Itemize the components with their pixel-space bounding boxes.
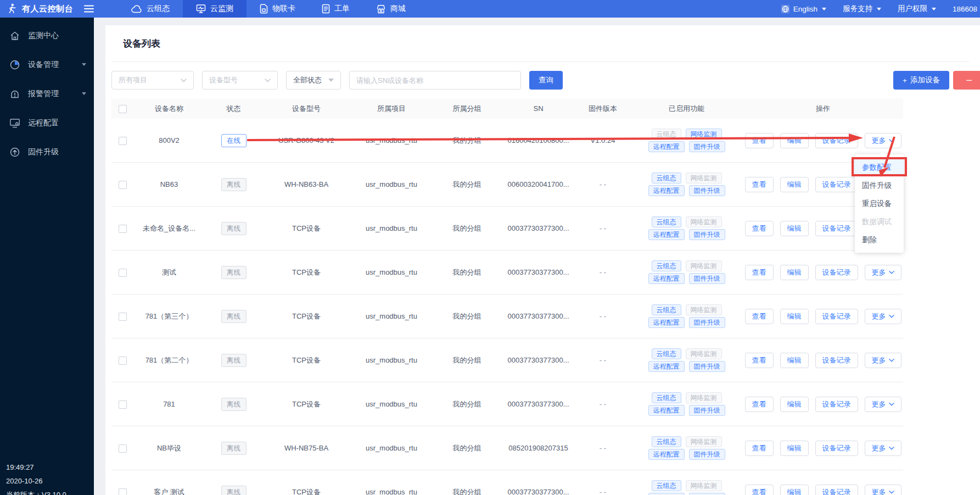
view-button[interactable]: 查看 bbox=[745, 177, 774, 192]
nav-tab-iot-card[interactable]: 物联卡 bbox=[247, 0, 309, 18]
more-button[interactable]: 更多 bbox=[865, 309, 901, 324]
firmware-cell: - - bbox=[575, 444, 630, 452]
more-button[interactable]: 更多 bbox=[865, 397, 901, 412]
edit-button[interactable]: 编辑 bbox=[780, 133, 809, 148]
feature-badge: 固件升级 bbox=[689, 185, 725, 196]
nav-account[interactable]: 186608 bbox=[944, 5, 980, 13]
edit-button[interactable]: 编辑 bbox=[780, 221, 809, 236]
sidebar-item-firmware-upgrade[interactable]: 固件升级 bbox=[0, 137, 94, 166]
nav-service-support[interactable]: 服务支持 bbox=[835, 4, 889, 14]
row-checkbox[interactable] bbox=[119, 181, 127, 189]
device-record-button[interactable]: 设备记录 bbox=[815, 265, 858, 280]
row-checkbox[interactable] bbox=[119, 269, 127, 277]
view-button[interactable]: 查看 bbox=[745, 309, 774, 324]
nav-user-permission[interactable]: 用户权限 bbox=[889, 4, 944, 14]
edit-button[interactable]: 编辑 bbox=[780, 485, 809, 495]
project-filter-value: 所有项目 bbox=[119, 75, 147, 85]
device-record-button[interactable]: 设备记录 bbox=[815, 353, 858, 368]
column-header: SN bbox=[501, 104, 575, 113]
group-cell: 我的分组 bbox=[433, 312, 501, 321]
more-button[interactable]: 更多 bbox=[865, 353, 901, 368]
device-record-button[interactable]: 设备记录 bbox=[815, 221, 858, 236]
device-record-button[interactable]: 设备记录 bbox=[815, 309, 858, 324]
more-button[interactable]: 更多 bbox=[865, 485, 901, 495]
feature-badge: 远程配置 bbox=[648, 229, 685, 240]
table-body: 800V2在线USR-G800-43 V2usr_modbus_rtu我的分组0… bbox=[111, 119, 903, 495]
device-list-card: 设备列表 所有项目 设备型号 全部状态 查询 + 添加设备 bbox=[105, 25, 980, 495]
nav-tab-work-order[interactable]: 工单 bbox=[309, 0, 363, 18]
more-button[interactable]: 更多 bbox=[865, 133, 901, 148]
search-input[interactable] bbox=[349, 71, 521, 90]
edit-button[interactable]: 编辑 bbox=[780, 353, 809, 368]
sidebar-item-alarm-management[interactable]: 报警管理 bbox=[0, 79, 94, 108]
row-checkbox[interactable] bbox=[119, 313, 127, 321]
sidebar-item-remote-config[interactable]: 远程配置 bbox=[0, 108, 94, 137]
edit-button[interactable]: 编辑 bbox=[780, 441, 809, 456]
view-button[interactable]: 查看 bbox=[745, 133, 774, 148]
model-filter-select[interactable]: 设备型号 bbox=[202, 71, 278, 90]
view-button[interactable]: 查看 bbox=[745, 397, 774, 412]
view-button[interactable]: 查看 bbox=[745, 221, 774, 236]
nav-language-label: English bbox=[793, 5, 817, 13]
add-device-button[interactable]: + 添加设备 bbox=[893, 71, 949, 90]
view-button[interactable]: 查看 bbox=[745, 353, 774, 368]
device-name-cell: 客户 测试 bbox=[133, 487, 205, 495]
device-record-button[interactable]: 设备记录 bbox=[815, 397, 858, 412]
firmware-icon bbox=[9, 147, 20, 158]
device-record-button[interactable]: 设备记录 bbox=[815, 485, 858, 495]
search-button[interactable]: 查询 bbox=[529, 71, 563, 90]
row-checkbox-cell bbox=[111, 180, 133, 188]
row-checkbox[interactable] bbox=[119, 137, 127, 145]
row-checkbox[interactable] bbox=[119, 401, 127, 409]
device-name-cell: 781（第三个） bbox=[133, 312, 205, 321]
nav-tab-mall[interactable]: 商城 bbox=[363, 0, 419, 18]
row-checkbox[interactable] bbox=[119, 357, 127, 365]
view-button[interactable]: 查看 bbox=[745, 265, 774, 280]
project-filter-select[interactable]: 所有项目 bbox=[111, 71, 194, 90]
more-button[interactable]: 更多 bbox=[865, 265, 901, 280]
device-record-button[interactable]: 设备记录 bbox=[815, 441, 858, 456]
row-checkbox[interactable] bbox=[119, 488, 127, 495]
clock-time: 19:49:27 bbox=[6, 460, 66, 474]
device-model-cell: TCP设备 bbox=[262, 312, 350, 321]
dropdown-item-delete[interactable]: 删除 bbox=[855, 231, 904, 249]
delete-device-button[interactable]: − bbox=[953, 71, 980, 90]
sidebar-item-device-management[interactable]: 设备管理 bbox=[0, 50, 94, 79]
nav-language[interactable]: English bbox=[772, 4, 835, 14]
hamburger-menu-icon[interactable] bbox=[76, 0, 102, 18]
feature-badge: 网络监测 bbox=[686, 304, 722, 315]
select-all-checkbox[interactable] bbox=[119, 105, 127, 113]
dropdown-item-param-config[interactable]: 参数配置 bbox=[855, 158, 904, 176]
features-cell: 云组态网络监测远程配置固件升级 bbox=[630, 347, 743, 374]
group-cell: 我的分组 bbox=[433, 487, 501, 495]
status-filter-select[interactable]: 全部状态 bbox=[286, 71, 341, 90]
view-button[interactable]: 查看 bbox=[745, 441, 774, 456]
edit-button[interactable]: 编辑 bbox=[780, 309, 809, 324]
feature-line: 远程配置固件升级 bbox=[630, 273, 743, 284]
sidebar-nav: 监测中心设备管理报警管理远程配置固件升级 bbox=[0, 18, 94, 166]
edit-button[interactable]: 编辑 bbox=[780, 265, 809, 280]
device-name-cell: 测试 bbox=[133, 268, 205, 277]
dropdown-item-restart-device[interactable]: 重启设备 bbox=[855, 194, 904, 213]
brand[interactable]: 有人云控制台 bbox=[0, 0, 76, 18]
row-checkbox[interactable] bbox=[119, 225, 127, 233]
edit-button[interactable]: 编辑 bbox=[780, 177, 809, 192]
device-record-button[interactable]: 设备记录 bbox=[815, 133, 858, 148]
row-checkbox[interactable] bbox=[119, 444, 127, 453]
device-record-button[interactable]: 设备记录 bbox=[815, 177, 858, 192]
edit-button[interactable]: 编辑 bbox=[780, 397, 809, 412]
group-cell: 我的分组 bbox=[433, 443, 501, 453]
sidebar-item-monitor-center[interactable]: 监测中心 bbox=[0, 21, 94, 50]
more-button[interactable]: 更多 bbox=[865, 441, 901, 456]
nav-tab-cloud-monitor[interactable]: 云监测 bbox=[183, 0, 247, 18]
nav-tab-cloud-config[interactable]: 云组态 bbox=[118, 0, 183, 18]
dropdown-item-firmware-upgrade[interactable]: 固件升级 bbox=[855, 176, 904, 194]
nav-service-support-label: 服务支持 bbox=[843, 4, 872, 14]
feature-badge: 云组态 bbox=[652, 129, 681, 140]
project-cell: usr_modbus_rtu bbox=[350, 136, 433, 144]
operations-cell: 查看编辑设备记录更多 bbox=[743, 265, 903, 280]
sn-cell: 00037730377300... bbox=[501, 488, 575, 495]
group-cell: 我的分组 bbox=[433, 399, 501, 409]
view-button[interactable]: 查看 bbox=[745, 485, 774, 495]
features-cell: 云组态网络监测远程配置固件升级 bbox=[630, 391, 743, 418]
